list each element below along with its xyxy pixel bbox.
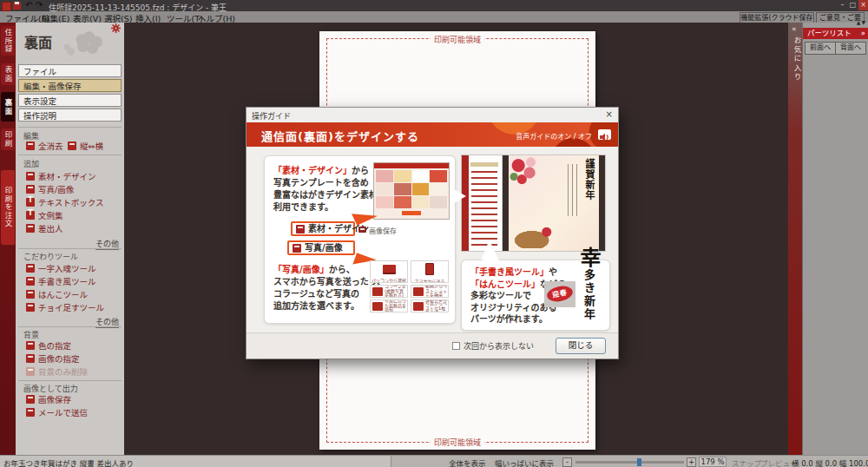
- close-button[interactable]: ×: [858, 0, 868, 10]
- tool-one-char-item[interactable]: 一字入魂ツール: [26, 264, 96, 273]
- section-output-label: 画像として出力: [23, 383, 78, 394]
- snap-toggle[interactable]: スナップ: [732, 457, 761, 467]
- add-material-item[interactable]: 素材・デザイン: [26, 172, 96, 181]
- stamp-text: 迎春: [546, 284, 575, 304]
- tool-add-on-item[interactable]: チョイ足すツール: [26, 303, 104, 312]
- textbox-icon: [26, 198, 35, 207]
- app-logo-icon: [2, 2, 11, 11]
- title-bar: ↶ ↷ 住所録2025-11-13-145505.fzd : デザイン - 筆王…: [0, 0, 868, 11]
- zoom-slider-thumb[interactable]: [637, 458, 641, 466]
- left-card-pointer: [452, 188, 466, 204]
- tab-front-side[interactable]: 表面: [1, 63, 15, 85]
- photo-paragraph: 「写真/画像」から、 スマホから写真を送ったり、 コラージュなど写真の 追加方法…: [273, 264, 385, 312]
- camellia-illustration: [510, 156, 539, 189]
- add-sender-item[interactable]: 差出人: [26, 224, 63, 234]
- minimize-button[interactable]: –: [838, 0, 847, 10]
- bg-delete-item: 背景のみ削除: [26, 367, 88, 377]
- collapse-icon[interactable]: «: [792, 24, 797, 33]
- material-design-button[interactable]: 素材・デザイン: [291, 221, 355, 236]
- dont-show-checkbox[interactable]: [452, 342, 460, 350]
- gear-icon[interactable]: [111, 23, 121, 33]
- color-icon: [26, 341, 35, 350]
- photo-image-button[interactable]: 写真/画像: [287, 240, 355, 255]
- monitor-icon: [358, 227, 366, 233]
- zoom-slider[interactable]: [575, 461, 684, 464]
- undo-icon[interactable]: ↶: [25, 0, 32, 10]
- mini-canvas-left: [503, 155, 509, 251]
- zoom-in-button[interactable]: +: [687, 457, 696, 467]
- redo-icon[interactable]: ↷: [36, 0, 43, 10]
- mini-newyear-card: 謹賀新年: [509, 155, 599, 251]
- stamp-icon: [26, 290, 35, 299]
- template-gallery-thumbnail: [373, 162, 450, 220]
- page-title: 裏面: [24, 31, 52, 52]
- tab-order-print[interactable]: 印刷を注文: [1, 170, 15, 245]
- material-icon: [296, 225, 305, 234]
- parts-list-panel: パーツリスト » 前面へ 背面へ: [802, 23, 868, 455]
- sender-icon: [26, 224, 35, 233]
- erase-all-item[interactable]: 全消去: [26, 141, 63, 151]
- bg-color-item[interactable]: 色の指定: [26, 341, 71, 351]
- gallery-ok-button: [402, 211, 421, 215]
- dialog-banner: 通信面(裏面)をデザインする 音声ガイドのオン / オフ: [247, 122, 618, 147]
- flower-ornament: [64, 28, 106, 59]
- dialog-title-bar[interactable]: 操作ガイド ×: [247, 108, 618, 123]
- paper-info: お年玉つき年賀はがき 縦書 差出人あり: [3, 457, 134, 467]
- dialog-close-icon[interactable]: ×: [606, 109, 613, 119]
- send-mail-item[interactable]: メールで送信: [26, 408, 88, 418]
- template-thumbnails: [374, 168, 449, 210]
- fit-width-button[interactable]: 幅いっぱいに表示: [495, 457, 554, 467]
- favorites-strip[interactable]: « お気に入り: [788, 23, 803, 455]
- tab-address-book[interactable]: 住所録: [1, 26, 15, 56]
- image-save-hint: 画像保存: [358, 226, 397, 235]
- save-image-icon: [26, 395, 35, 404]
- rotate-item[interactable]: 縦⇔横: [68, 141, 103, 151]
- material-icon: [26, 172, 35, 181]
- sidebar-button-edit-save[interactable]: 編集・画像保存: [18, 79, 122, 92]
- tool-stamp-item[interactable]: はんこツール: [26, 290, 88, 299]
- bring-to-front-button[interactable]: 前面へ: [805, 42, 836, 55]
- mini-canvas-right: [599, 155, 605, 251]
- bg-image-item[interactable]: 画像の指定: [26, 354, 80, 364]
- dialog-body: 「素材・デザイン」から 写真テンプレートを含め 豊富なはがきデザイン素材を 利用…: [247, 147, 618, 335]
- trash-icon: [26, 367, 35, 376]
- tab-back-side[interactable]: 裏面: [1, 92, 15, 122]
- tab-print[interactable]: 印刷: [1, 128, 15, 150]
- phrase-icon: [26, 211, 35, 220]
- tile-collage: コラージュ(複数写真を飾れる): [370, 285, 408, 298]
- erase-icon: [26, 141, 35, 150]
- sidebar-button-help[interactable]: 操作説明: [18, 109, 122, 122]
- greeting-text-lines: [568, 164, 580, 216]
- zoom-out-button[interactable]: -: [562, 457, 572, 467]
- dialog-footer: 次回から表示しない 閉じる: [247, 332, 618, 358]
- section-add-label: 追加: [23, 158, 39, 169]
- fit-all-button[interactable]: 全体を表示: [449, 457, 486, 467]
- maximize-button[interactable]: □: [848, 0, 858, 10]
- send-to-back-button[interactable]: 背面へ: [835, 42, 866, 55]
- sidebar-button-view-settings[interactable]: 表示設定: [18, 94, 122, 107]
- dont-show-again[interactable]: 次回から表示しない: [452, 340, 534, 352]
- speaker-icon[interactable]: [598, 129, 611, 140]
- printable-area-label-top: 印刷可能領域: [431, 34, 484, 45]
- tool-handwriting-item[interactable]: 手書き風ツール: [26, 277, 96, 286]
- save-icon[interactable]: [13, 2, 21, 10]
- add-textbox-item[interactable]: テキストボックス: [26, 198, 103, 207]
- favorites-label: お気に入り: [792, 36, 802, 82]
- save-image-item[interactable]: 画像保存: [26, 395, 71, 405]
- divider: [18, 326, 122, 327]
- expand-icon[interactable]: »: [861, 28, 865, 39]
- tile-decoration: 写真に合った装飾品を追加: [370, 299, 408, 312]
- straw-bale-illustration: [514, 227, 554, 248]
- panel-scroll-arrows[interactable]: ▲▼: [857, 19, 866, 25]
- zoom-value: 179 %: [699, 457, 727, 467]
- add-phrases-item[interactable]: 文例集: [26, 211, 63, 220]
- divider: [18, 248, 122, 249]
- dialog-close-button[interactable]: 閉じる: [556, 338, 606, 354]
- add-photo-item[interactable]: 写真/画像: [26, 185, 74, 194]
- sidebar-button-file[interactable]: ファイル: [18, 64, 122, 77]
- sidebar: 裏面 ファイル 編集・画像保存 表示設定 操作説明 編集 全消去 縦⇔横 追加 …: [16, 23, 125, 455]
- divider: [18, 380, 122, 381]
- parts-list-header: パーツリスト »: [803, 28, 868, 39]
- laptop-icon: [383, 265, 396, 274]
- mini-selected-row: [470, 162, 498, 167]
